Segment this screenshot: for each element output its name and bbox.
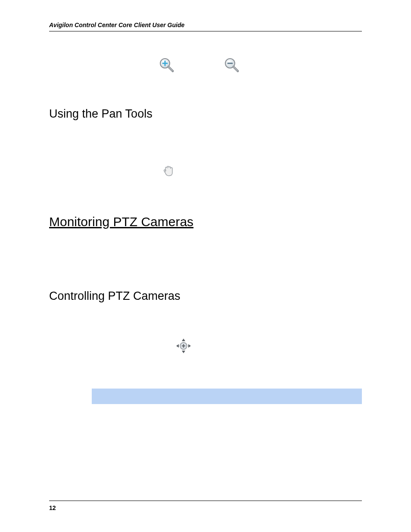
svg-marker-9 [182,339,185,341]
page-number: 12 [49,504,56,511]
header-title: Avigilon Control Center Core Client User… [49,22,362,28]
document-page: Avigilon Control Center Core Client User… [0,0,411,532]
highlight-bar [92,389,362,404]
zoom-in-icon [159,57,174,73]
hand-icon-row [161,164,362,180]
heading-controlling-ptz: Controlling PTZ Cameras [49,289,362,303]
svg-marker-12 [188,344,191,348]
header-rule [49,31,362,31]
footer-rule [49,501,362,501]
heading-pan-tools: Using the Pan Tools [49,107,362,121]
svg-marker-11 [176,344,179,348]
heading-monitoring-ptz: Monitoring PTZ Cameras [49,215,362,229]
zoom-out-icon [224,57,240,73]
hand-icon [161,172,176,180]
zoom-icons-row [159,57,362,73]
ptz-control-icon [175,348,192,356]
ptz-icon-row [175,337,362,356]
svg-marker-10 [182,351,185,353]
